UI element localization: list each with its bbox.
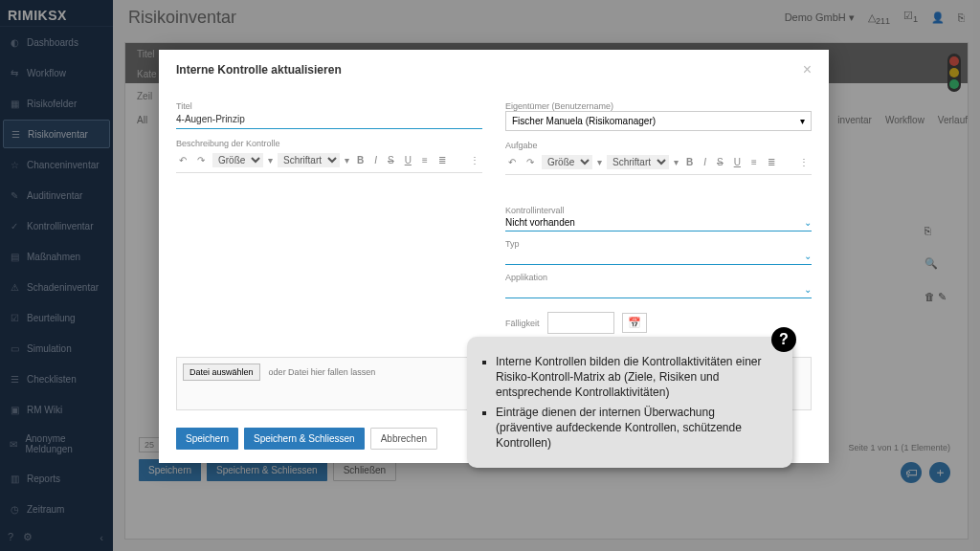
rte-toolbar-right: ↶ ↷ Größe▾ Schriftart▾ B I S U ≡ ≣ ⋮ — [505, 150, 812, 175]
undo-icon[interactable]: ↶ — [176, 154, 189, 166]
align-left-icon[interactable]: ≡ — [748, 156, 760, 168]
redo-icon[interactable]: ↷ — [523, 156, 537, 168]
modal-left-col: Titel Beschreibung der Kontrolle ↶ ↷ Grö… — [176, 96, 482, 334]
bold-icon[interactable]: B — [354, 154, 367, 166]
align-center-icon[interactable]: ≣ — [765, 156, 778, 168]
titel-label: Titel — [176, 101, 482, 111]
more-icon[interactable]: ⋮ — [796, 156, 812, 168]
rte-body-right[interactable] — [505, 175, 812, 198]
calendar-icon[interactable]: 📅 — [622, 313, 647, 333]
aufgabe-label: Aufgabe — [505, 141, 812, 150]
file-select-button[interactable]: Datei auswählen — [183, 364, 260, 381]
modal-title: Interne Kontrolle aktualisieren — [176, 63, 342, 77]
typ-select[interactable]: ⌄ — [505, 249, 812, 265]
applikation-label: Applikation — [505, 273, 812, 282]
rte-size-select-r[interactable]: Größe — [542, 155, 592, 169]
rte-body-left[interactable] — [176, 173, 482, 196]
italic-icon[interactable]: I — [371, 154, 380, 166]
faelligkeit-row: Fälligkeit 📅 — [505, 312, 812, 334]
beschreibung-label: Beschreibung der Kontrolle — [176, 139, 482, 148]
rte-size-select[interactable]: Größe — [212, 153, 263, 167]
eigentumer-label: Eigentümer (Benutzername) — [505, 101, 812, 111]
save-button[interactable]: Speichern — [176, 428, 238, 450]
rte-toolbar-left: ↶ ↷ Größe▾ Schriftart▾ B I S U ≡ ≣ ⋮ — [176, 148, 482, 173]
kontrollintervall-label: Kontrollintervall — [505, 206, 812, 215]
align-left-icon[interactable]: ≡ — [419, 154, 431, 166]
applikation-select[interactable]: ⌄ — [505, 282, 812, 298]
rte-font-select[interactable]: Schriftart — [278, 153, 340, 167]
kontrollintervall-value: Nicht vorhanden — [505, 217, 575, 228]
help-bullet-1: Interne Kontrollen bilden die Kontrollak… — [496, 354, 773, 401]
rte-font-select-r[interactable]: Schriftart — [607, 155, 669, 169]
chevron-down-icon: ⌄ — [804, 217, 812, 228]
modal-body: Titel Beschreibung der Kontrolle ↶ ↷ Grö… — [159, 90, 829, 345]
more-icon[interactable]: ⋮ — [467, 154, 482, 166]
strike-icon[interactable]: S — [714, 156, 726, 168]
underline-icon[interactable]: U — [402, 154, 414, 166]
faelligkeit-label: Fälligkeit — [505, 319, 540, 328]
chevron-down-icon: ⌄ — [804, 251, 812, 261]
help-badge-icon[interactable]: ? — [771, 327, 796, 352]
faelligkeit-input[interactable] — [547, 312, 614, 334]
cancel-button[interactable]: Abbrechen — [370, 428, 437, 450]
kontrollintervall-select[interactable]: Nicht vorhanden ⌄ — [505, 215, 812, 231]
eigentumer-value: Fischer Manuela (Risikomanager) — [512, 116, 656, 126]
save-close-button[interactable]: Speichern & Schliessen — [244, 428, 365, 450]
chevron-down-icon: ⌄ — [804, 284, 812, 295]
help-bullet-2: Einträge dienen der internen Überwachung… — [496, 405, 773, 452]
modal-right-col: Eigentümer (Benutzername) Fischer Manuel… — [505, 96, 812, 334]
align-center-icon[interactable]: ≣ — [435, 154, 449, 166]
eigentumer-select[interactable]: Fischer Manuela (Risikomanager) ▾ — [505, 111, 812, 131]
help-tooltip: ? Interne Kontrollen bilden die Kontroll… — [467, 337, 792, 468]
redo-icon[interactable]: ↷ — [194, 154, 208, 166]
titel-input[interactable] — [176, 111, 482, 129]
chevron-down-icon: ▾ — [800, 116, 805, 126]
undo-icon[interactable]: ↶ — [505, 156, 519, 168]
bold-icon[interactable]: B — [683, 156, 696, 168]
strike-icon[interactable]: S — [385, 154, 397, 166]
upload-hint: oder Datei hier fallen lassen — [269, 367, 376, 377]
underline-icon[interactable]: U — [731, 156, 744, 168]
typ-label: Typ — [505, 239, 812, 249]
close-icon[interactable]: × — [803, 61, 812, 78]
modal-header: Interne Kontrolle aktualisieren × — [159, 50, 829, 90]
italic-icon[interactable]: I — [701, 156, 709, 168]
